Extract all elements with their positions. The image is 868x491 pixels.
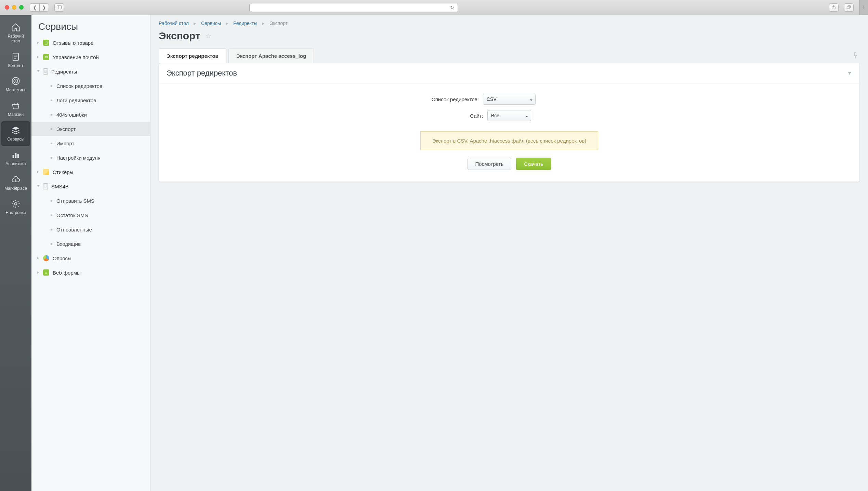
svg-rect-12 (13, 155, 14, 158)
sidebar-tree: ▢Отзывы о товаре✉Управление почтойРедире… (31, 36, 150, 287)
minimize-window[interactable] (12, 5, 16, 10)
breadcrumb-separator-icon: ▶ (226, 22, 228, 25)
tree-label: Опросы (53, 255, 71, 261)
main-content: Рабочий стол▶Сервисы▶Редиректы▶Экспорт Э… (150, 15, 868, 491)
new-tab-button[interactable]: + (859, 0, 868, 15)
tree-sub-item[interactable]: Настройки модуля (31, 150, 150, 165)
breadcrumb-item[interactable]: Сервисы (201, 21, 221, 26)
tree-sub-item[interactable]: 404s ошибки (31, 107, 150, 122)
panel-head: Экспорт редиректов ▼ (159, 63, 859, 83)
tree-label: Управление почтой (53, 54, 99, 60)
gear-icon (11, 199, 21, 209)
form-row-redirect-list: Список редиректов: CSV (167, 94, 852, 105)
rail-label: Магазин (8, 112, 24, 117)
tree-label: Стикеры (53, 169, 73, 175)
module-icon: ✉ (43, 54, 49, 60)
rail-item-home[interactable]: Рабочийстол (0, 18, 31, 48)
sidebar: Сервисы ▢Отзывы о товаре✉Управление почт… (31, 15, 150, 491)
page-title: Экспорт (159, 30, 200, 42)
tabs: Экспорт редиректовЭкспорт Apache access_… (150, 49, 868, 63)
tree-item[interactable]: ▢Отзывы о товаре (31, 36, 150, 50)
tree-sub-label: Отправленные (56, 227, 92, 233)
tree-sub-item[interactable]: Остаток SMS (31, 208, 150, 222)
expand-arrow-icon (37, 185, 40, 188)
tree-item[interactable]: ✉Управление почтой (31, 50, 150, 64)
rail-label: Настройки (6, 211, 26, 215)
tree-sub-label: Входящие (56, 241, 81, 247)
redirect-list-label: Список редиректов: (363, 96, 479, 102)
breadcrumb: Рабочий стол▶Сервисы▶Редиректы▶Экспорт (150, 15, 868, 29)
module-icon: ▢ (43, 40, 49, 46)
tree-sub-label: Экспорт (56, 126, 76, 132)
favorite-star-icon[interactable]: ☆ (205, 32, 211, 40)
tree-sub-label: 404s ошибки (56, 112, 87, 118)
svg-rect-0 (57, 6, 61, 9)
rail-label: Аналитика (5, 162, 26, 167)
tree-item[interactable]: Опросы (31, 251, 150, 265)
site-label: Сайт: (367, 113, 483, 119)
rail-label: Контент (8, 64, 23, 68)
tree-item[interactable]: Редиректы (31, 64, 150, 79)
sidebar-toggle[interactable] (54, 3, 64, 12)
breadcrumb-separator-icon: ▶ (262, 22, 265, 25)
tree-sub-label: Список редиректов (56, 83, 102, 89)
expand-arrow-icon (37, 70, 40, 73)
browser-chrome: ❮ ❯ ↻ + (0, 0, 868, 15)
tree-sub-item[interactable]: Отправить SMS (31, 194, 150, 208)
tree-sub-item[interactable]: Логи редиректов (31, 93, 150, 107)
pin-icon[interactable] (851, 52, 860, 63)
breadcrumb-item: Экспорт (269, 21, 288, 26)
sidebar-title: Сервисы (31, 15, 150, 36)
url-bar[interactable]: ↻ (249, 3, 458, 12)
tree-item[interactable]: SMS4B (31, 179, 150, 194)
panel-title: Экспорт редиректов (167, 69, 237, 78)
breadcrumb-item[interactable]: Редиректы (233, 21, 258, 26)
forward-button[interactable]: ❯ (39, 3, 49, 12)
collapse-icon[interactable]: ▼ (847, 70, 852, 76)
expand-arrow-icon (37, 56, 40, 58)
svg-point-11 (15, 81, 16, 82)
tab[interactable]: Экспорт Apache access_log (228, 49, 314, 63)
tree-item[interactable]: Стикеры (31, 165, 150, 179)
back-button[interactable]: ❮ (30, 3, 39, 12)
rail-item-gear[interactable]: Настройки (0, 195, 31, 220)
rail-item-doc[interactable]: Контент (0, 48, 31, 72)
share-button[interactable] (829, 3, 839, 12)
site-select[interactable]: Все (487, 110, 531, 121)
reload-icon[interactable]: ↻ (450, 5, 454, 10)
close-window[interactable] (5, 5, 9, 10)
nav-buttons: ❮ ❯ (30, 3, 49, 12)
home-icon (11, 23, 21, 32)
tree-sub-item[interactable]: Импорт (31, 136, 150, 150)
tree-label: Отзывы о товаре (53, 40, 94, 46)
rail-item-chart[interactable]: Аналитика (0, 146, 31, 171)
left-rail: РабочийстолКонтентМаркетингМагазинСервис… (0, 15, 31, 491)
rail-item-stack[interactable]: Сервисы (1, 121, 30, 146)
tree-sub-item[interactable]: Экспорт (31, 122, 150, 136)
tab[interactable]: Экспорт редиректов (159, 49, 226, 63)
rail-item-target[interactable]: Маркетинг (0, 72, 31, 97)
redirect-list-select[interactable]: CSV (483, 94, 536, 105)
tree-sub-item[interactable]: Отправленные (31, 222, 150, 237)
tree-sub-label: Логи редиректов (56, 97, 96, 103)
tabs-button[interactable] (844, 3, 854, 12)
rail-label: Marketplace (4, 186, 27, 191)
stack-icon (11, 125, 21, 135)
tree-sub-item[interactable]: Список редиректов (31, 79, 150, 93)
target-icon (11, 76, 21, 86)
maximize-window[interactable] (19, 5, 24, 10)
document-icon (43, 68, 48, 75)
tree-sub-label: Отправить SMS (56, 198, 94, 204)
rail-label: Сервисы (7, 137, 24, 142)
tree-item[interactable]: ≡Веб-формы (31, 265, 150, 280)
expand-arrow-icon (37, 41, 40, 44)
tree-sub-item[interactable]: Входящие (31, 237, 150, 251)
download-button[interactable]: Скачать (516, 158, 551, 170)
rail-item-cloud[interactable]: Marketplace (0, 171, 31, 195)
svg-rect-3 (847, 6, 850, 9)
breadcrumb-item[interactable]: Рабочий стол (159, 21, 189, 26)
rail-label: Рабочийстол (8, 34, 24, 44)
rail-item-basket[interactable]: Магазин (0, 97, 31, 121)
preview-button[interactable]: Посмотреть (468, 158, 512, 170)
expand-arrow-icon (37, 257, 40, 260)
